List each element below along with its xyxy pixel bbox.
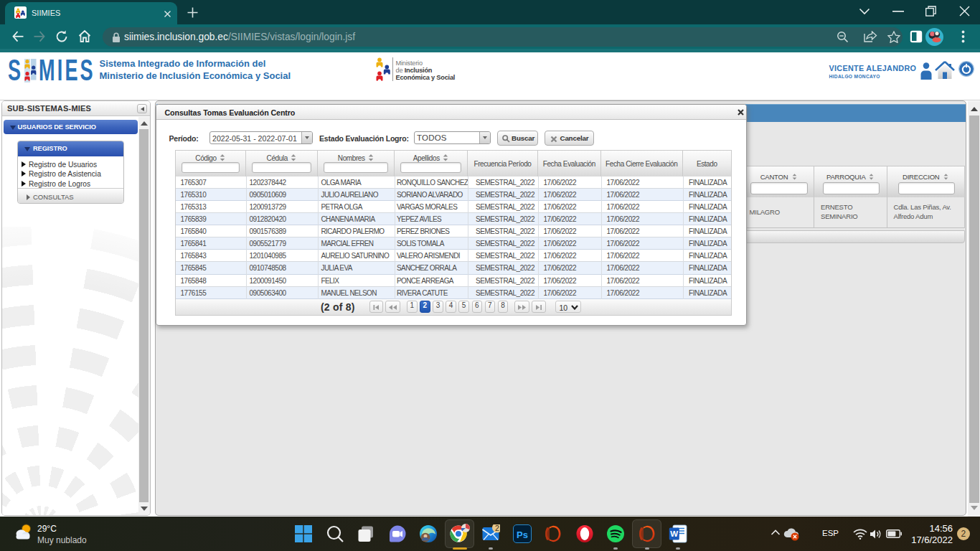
svg-text:2: 2 <box>495 524 499 532</box>
svg-text:Ps: Ps <box>517 529 528 540</box>
svg-text:W: W <box>670 529 678 538</box>
